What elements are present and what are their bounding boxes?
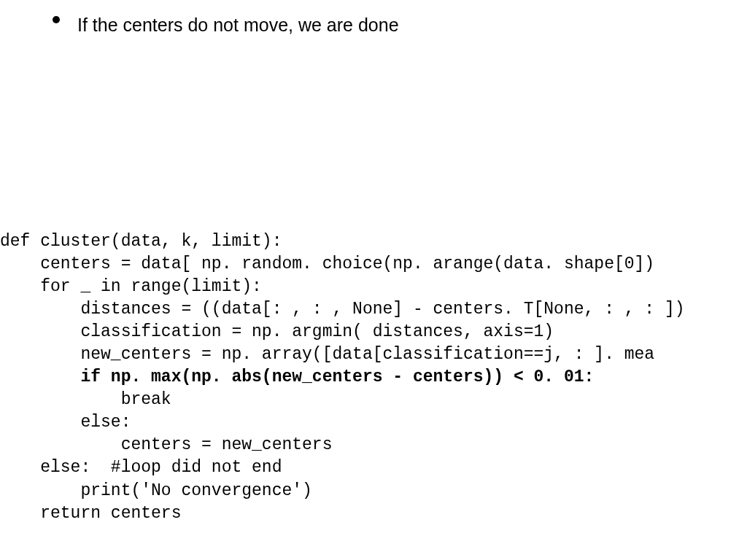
code-line-bold: if np. max(np. abs(new_centers - centers… <box>0 368 594 386</box>
slide: If the centers do not move, we are done … <box>0 0 747 560</box>
code-line: distances = ((data[: , : , None] - cente… <box>0 300 685 319</box>
code-line: else: #loop did not end <box>0 458 282 477</box>
bullet-dot-icon <box>53 16 60 23</box>
code-line: centers = new_centers <box>0 435 332 454</box>
code-line: else: <box>0 413 131 432</box>
code-line: print('No convergence') <box>0 481 312 500</box>
code-line: break <box>0 390 171 409</box>
code-block: def cluster(data, k, limit): centers = d… <box>0 230 685 525</box>
code-line: classification = np. argmin( distances, … <box>0 322 554 341</box>
bullet-text: If the centers do not move, we are done <box>77 13 399 37</box>
code-line: centers = data[ np. random. choice(np. a… <box>0 254 654 273</box>
code-line: for _ in range(limit): <box>0 277 262 296</box>
code-line: return centers <box>0 504 181 523</box>
code-line: new_centers = np. array([data[classifica… <box>0 345 654 364</box>
code-line: def cluster(data, k, limit): <box>0 232 282 251</box>
bullet-item: If the centers do not move, we are done <box>53 13 399 37</box>
